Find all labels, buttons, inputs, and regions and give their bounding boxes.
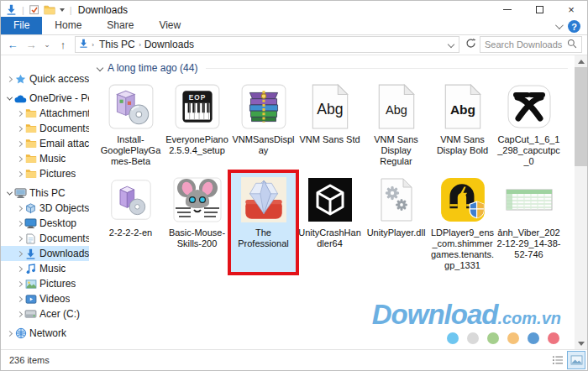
sidebar-item-pictures[interactable]: Pictures xyxy=(1,276,89,291)
sidebar-item-acer-c-[interactable]: Acer (C:) xyxy=(1,306,89,321)
installer-purple-icon xyxy=(105,174,157,226)
qat-customize-icon[interactable] xyxy=(60,8,65,12)
sidebar-item-desktop[interactable]: Desktop xyxy=(1,216,89,231)
help-icon[interactable]: ? xyxy=(568,20,580,33)
watermark-dot xyxy=(447,332,459,344)
properties-icon[interactable] xyxy=(29,5,39,15)
sidebar-item-attachments[interactable]: Attachments xyxy=(1,106,89,121)
back-button[interactable]: ← xyxy=(4,37,21,53)
watermark-dot xyxy=(548,332,559,344)
expander-chevron-icon[interactable] xyxy=(17,235,23,241)
sidebar-item-videos[interactable]: Videos xyxy=(1,291,89,306)
expander-chevron-icon[interactable] xyxy=(7,330,13,336)
expander-chevron-icon[interactable] xyxy=(17,265,23,271)
file-name: UnityCrashHandler64 xyxy=(297,227,362,249)
sidebar-item-this-pc[interactable]: This PC xyxy=(1,186,89,201)
sidebar-item-network[interactable]: Network xyxy=(1,326,89,341)
svg-text:Abg: Abg xyxy=(317,101,343,118)
divider: | xyxy=(69,5,73,15)
file-tile-capcut-1-6-1-298-capcutpc-0[interactable]: CapCut_1_6_1_298_capcutpc_0 xyxy=(496,79,562,169)
file-tile--nh-viber-2022-12-29-14-38-52-746[interactable]: ảnh_Viber_2022-12-29_14-38-52-746 xyxy=(496,172,562,273)
expander-chevron-icon[interactable] xyxy=(17,170,23,176)
items-count: 236 items xyxy=(9,355,50,365)
group-collapse-icon[interactable] xyxy=(97,65,103,71)
piano-icon: EOP xyxy=(171,81,223,133)
maximize-button[interactable] xyxy=(523,1,555,18)
file-tile-ldplayer9-ens-com-shimmergames-tenants-g[interactable]: LDPlayer9_ens_com.shimmergames.tenants.g… xyxy=(429,172,496,273)
file-tile-basic-mouse-skills-200[interactable]: Basic-Mouse-Skills-200 xyxy=(164,172,230,273)
expander-chevron-icon[interactable] xyxy=(17,220,23,226)
tab-home[interactable]: Home xyxy=(42,17,94,34)
file-tile-vnmsansdisplay[interactable]: VNMSansDisplay xyxy=(230,79,297,169)
up-button[interactable]: ↑ xyxy=(55,37,71,53)
star-icon xyxy=(14,73,27,85)
refresh-icon[interactable] xyxy=(463,38,478,51)
address-field[interactable]: › This PC›Downloads xyxy=(75,36,459,53)
expander-chevron-icon[interactable] xyxy=(17,140,23,146)
expander-chevron-icon[interactable] xyxy=(7,94,13,100)
close-button[interactable]: × xyxy=(555,1,587,18)
new-folder-icon[interactable] xyxy=(44,5,55,15)
scrollbar-thumb[interactable] xyxy=(575,67,587,166)
file-tile-vnm-sans-display-bold[interactable]: Abg VNM Sans Display Bold xyxy=(429,79,496,169)
expander-chevron-icon[interactable] xyxy=(17,250,23,256)
window-body: Quick access OneDrive - Persc Attachment… xyxy=(1,55,587,349)
sidebar-item-email-attachme[interactable]: Email attachme xyxy=(1,136,89,151)
drive-icon xyxy=(24,308,37,320)
ribbon-expand-icon[interactable] xyxy=(555,21,564,29)
sidebar-item-music[interactable]: Music xyxy=(1,261,89,276)
address-dropdown-icon[interactable] xyxy=(448,41,454,48)
large-icons-view-button[interactable] xyxy=(567,351,585,369)
search-input[interactable] xyxy=(485,39,564,50)
expander-chevron-icon[interactable] xyxy=(7,76,13,81)
expander-chevron-icon[interactable] xyxy=(17,311,23,316)
breadcrumb-item[interactable]: This PC xyxy=(97,39,137,50)
sidebar-item-documents[interactable]: Documents xyxy=(1,121,89,136)
photo-thumb-icon xyxy=(503,174,555,226)
search-box[interactable] xyxy=(480,36,582,53)
breadcrumb-item[interactable]: Downloads xyxy=(143,39,196,50)
tab-share[interactable]: Share xyxy=(94,17,146,34)
sidebar-item-documents[interactable]: Documents xyxy=(1,231,89,246)
scroll-down-icon[interactable] xyxy=(575,337,587,349)
file-tile-install-googleplaygames-beta[interactable]: Install-GooglePlayGames-Beta xyxy=(97,79,164,169)
file-tile-unitycrashhandler64[interactable]: UnityCrashHandler64 xyxy=(297,172,363,273)
capcut-icon xyxy=(503,81,555,133)
file-tile-vnm-sans-std[interactable]: Abg VNM Sans Std xyxy=(297,79,363,169)
tab-file[interactable]: File xyxy=(1,17,42,34)
winrar-icon xyxy=(238,81,290,133)
forward-button[interactable]: → xyxy=(23,37,39,53)
recent-locations-icon[interactable]: ⌄ xyxy=(41,37,53,53)
expander-chevron-icon[interactable] xyxy=(17,280,23,286)
sidebar-item-onedrive-persc[interactable]: OneDrive - Persc xyxy=(1,91,89,106)
expander-chevron-icon[interactable] xyxy=(17,155,23,161)
scroll-up-icon[interactable] xyxy=(575,55,587,67)
watermark-dot xyxy=(487,332,499,344)
file-tile-2-2-2-2-en[interactable]: 2-2-2-2-en xyxy=(97,172,164,273)
sidebar-item-pictures[interactable]: Pictures xyxy=(1,166,89,181)
tab-view[interactable]: View xyxy=(146,17,193,34)
vertical-scrollbar[interactable] xyxy=(575,55,587,349)
minimize-button[interactable] xyxy=(491,1,523,18)
sidebar-item-3d-objects[interactable]: 3D Objects xyxy=(1,201,89,216)
file-tile-vnm-sans-display-regular[interactable]: Abg VNM Sans Display Regular xyxy=(363,79,429,169)
expander-chevron-icon[interactable] xyxy=(17,205,23,211)
watermark-dot xyxy=(467,332,479,344)
folder-icon xyxy=(24,138,37,149)
expander-chevron-icon[interactable] xyxy=(7,189,13,195)
expander-chevron-icon[interactable] xyxy=(17,110,23,116)
file-name: VNMSansDisplay xyxy=(231,134,296,156)
sidebar-item-label: Acer (C:) xyxy=(39,308,80,320)
sidebar-item-downloads[interactable]: Downloads xyxy=(1,246,89,261)
font-regular-icon: Abg xyxy=(370,81,423,133)
file-tile-the-professional[interactable]: The Professional xyxy=(230,172,297,273)
file-tile-everyonepiano2-5-9-4-setup[interactable]: EOP EveryonePiano2.5.9.4_setup xyxy=(164,79,230,169)
expander-chevron-icon[interactable] xyxy=(17,295,23,301)
details-view-button[interactable] xyxy=(549,351,567,369)
close-icon: × xyxy=(568,4,575,15)
sidebar-item-music[interactable]: Music xyxy=(1,151,89,166)
file-tile-unityplayer-dll[interactable]: UnityPlayer.dll xyxy=(363,172,429,273)
expander-chevron-icon[interactable] xyxy=(17,125,23,131)
group-header[interactable]: A long time ago (44) xyxy=(97,60,575,76)
sidebar-item-quick-access[interactable]: Quick access xyxy=(1,71,89,86)
